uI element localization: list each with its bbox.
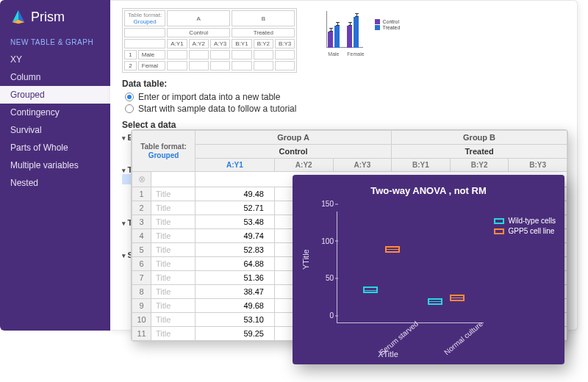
table-format-corner: Table format:Grouped [132,131,196,172]
cell[interactable]: 49.74 [196,229,275,243]
sidebar-section-label: NEW TABLE & GRAPH [0,32,110,51]
cell[interactable]: 49.68 [196,299,275,313]
y-tick: 150 [315,200,334,208]
app-logo: Prism [0,9,110,32]
group-a-name[interactable]: Control [196,145,392,159]
select-data-label: Select a data [122,120,565,130]
group-b-name[interactable]: Treated [392,145,567,159]
sidebar-item-column[interactable]: Column [0,68,110,86]
cell[interactable]: 52.71 [196,201,275,215]
row-title-cell[interactable]: Title [151,299,196,313]
sidebar-item-contingency[interactable]: Contingency [0,104,110,121]
cell[interactable]: 64.88 [196,257,275,271]
row-number: 4 [132,229,151,243]
row-number: 2 [132,201,151,215]
col-ay1[interactable]: A:Y1 [196,159,275,172]
chart-ylabel: YTitle [301,249,310,270]
chart-xlabel: XTitle [293,350,484,358]
radio-icon [125,93,134,101]
group-b-header: Group B [392,131,567,145]
data-table-label: Data table: [122,79,565,89]
row-title-cell[interactable]: Title [151,215,196,229]
col-by1[interactable]: B:Y1 [392,159,451,172]
cell[interactable]: 49.48 [196,187,275,201]
chart-title: Two-way ANOVA , not RM [293,175,564,201]
sidebar: Prism NEW TABLE & GRAPH XYColumnGroupedC… [0,0,110,331]
sidebar-item-xy[interactable]: XY [0,51,110,68]
row-title-cell[interactable]: Title [151,187,196,201]
y-tick: 50 [315,274,334,282]
sidebar-item-multiple-variables[interactable]: Multiple variables [0,156,110,174]
col-by2[interactable]: B:Y2 [450,159,509,172]
sidebar-item-nested[interactable]: Nested [0,174,110,192]
mini-chart-preview: Male Female Control Treated [319,8,400,60]
cell[interactable]: 52.83 [196,243,275,257]
box-marker [363,286,378,293]
sidebar-nav: XYColumnGroupedContingencySurvivalParts … [0,51,110,192]
radio-new-table[interactable]: Enter or import data into a new table [125,92,565,102]
row-title-cell[interactable]: Title [151,201,196,215]
row-number: 7 [132,271,151,285]
sidebar-item-parts-of-whole[interactable]: Parts of Whole [0,139,110,156]
prism-logo-icon [10,9,26,25]
group-a-header: Group A [196,131,392,145]
box-pair [428,212,467,323]
row-title-cell[interactable]: Title [151,229,196,243]
box-pair [363,212,403,323]
col-ay2[interactable]: A:Y2 [274,159,333,172]
row-number: 5 [132,243,151,257]
row-number: 6 [132,257,151,271]
cell[interactable]: 38.47 [196,285,275,299]
mini-table-preview: Table format:Grouped A B Control Treated… [122,8,297,73]
radio-sample-data[interactable]: Start with sample data to follow a tutor… [125,104,565,114]
cell[interactable]: 59.25 [196,327,275,341]
row-title-cell[interactable]: Title [151,285,196,299]
anova-chart: Two-way ANOVA , not RM YTitle 050100150S… [293,175,564,364]
row-number: 10 [132,313,151,327]
row-title-cell[interactable]: Title [151,257,196,271]
cell[interactable]: 51.36 [196,271,275,285]
row-title-cell[interactable]: Title [151,327,196,341]
sidebar-item-grouped[interactable]: Grouped [0,86,110,104]
row-number: 1 [132,187,151,201]
radio-icon [125,104,134,113]
cell[interactable]: 53.48 [196,215,275,229]
box-marker [450,295,465,301]
y-tick: 100 [315,237,334,245]
row-number: 3 [132,215,151,229]
y-tick: 0 [315,311,334,320]
row-title-cell[interactable]: Title [151,271,196,285]
chart-legend: Wild-type cells GPP5 cell line [494,215,556,237]
box-marker [385,246,400,253]
col-by3[interactable]: B:Y3 [509,159,567,172]
row-title-cell[interactable]: Title [151,243,196,257]
sidebar-item-survival[interactable]: Survival [0,121,110,139]
app-name: Prism [31,10,65,25]
cell[interactable]: 53.10 [196,313,275,327]
row-title-cell[interactable]: Title [151,313,196,327]
row-number: 11 [132,327,151,341]
col-ay3[interactable]: A:Y3 [333,159,392,172]
box-marker [428,298,442,305]
row-number: 9 [132,299,151,313]
row-number: 8 [132,285,151,299]
close-icon[interactable]: ⊗ [132,172,151,187]
